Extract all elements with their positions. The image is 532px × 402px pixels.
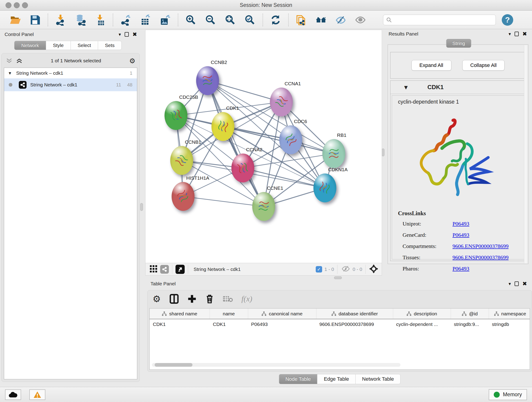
column-header-name[interactable]: name <box>210 308 248 319</box>
search-input[interactable] <box>394 17 493 22</box>
network-canvas[interactable]: CCNB2 CCNA1 CDC25B CDK1 <box>146 30 382 263</box>
help-button[interactable]: ? <box>502 14 513 26</box>
crosslink-link[interactable]: 9606.ENSP00000378699 <box>452 254 509 261</box>
tab-style[interactable]: Style <box>46 41 70 50</box>
right-splitter-handle[interactable] <box>382 148 385 156</box>
node-CCNB1[interactable] <box>170 146 193 175</box>
expand-all-icon[interactable] <box>16 58 23 64</box>
detach-view-icon[interactable] <box>176 265 185 274</box>
edge-CCNB2-CCNE1[interactable] <box>208 81 264 206</box>
crosslink-link[interactable]: P06493 <box>452 221 469 227</box>
selected-checkbox-icon[interactable]: ✓ <box>316 266 322 273</box>
show-eye-button[interactable] <box>354 13 367 27</box>
birdseye-navigator-icon[interactable] <box>369 264 379 274</box>
column-header--id[interactable]: @id <box>451 308 489 319</box>
search-box[interactable] <box>383 15 496 25</box>
column-header-namespace[interactable]: namespace <box>489 308 530 319</box>
left-splitter-handle[interactable] <box>140 203 143 211</box>
hide-unhide-button[interactable] <box>334 13 347 27</box>
table-panel-menu-icon[interactable]: ▾ <box>509 281 511 287</box>
table-cell[interactable]: 9606.ENSP00000378699 <box>316 319 393 329</box>
home-organisms-button[interactable] <box>314 13 328 27</box>
export-table-button[interactable] <box>139 13 152 27</box>
node-CDK1[interactable] <box>211 112 234 141</box>
node-HIST1H1A[interactable] <box>172 182 195 211</box>
table-panel-close-icon[interactable]: ✖ <box>522 281 527 287</box>
crosslink-link[interactable]: P06493 <box>452 266 469 272</box>
collapse-all-icon[interactable] <box>6 58 13 64</box>
table-settings-gear-icon[interactable]: ⚙ <box>152 294 161 304</box>
expand-all-button[interactable]: Expand All <box>412 60 451 70</box>
table-cell[interactable]: P06493 <box>248 319 316 329</box>
node-CDKN1A[interactable] <box>313 173 336 202</box>
node-CCNA1[interactable] <box>270 88 293 116</box>
control-panel-close-icon[interactable]: ✖ <box>133 32 137 37</box>
results-panel-float-icon[interactable] <box>515 32 519 36</box>
export-network-button[interactable] <box>119 13 133 27</box>
network-view-share-icon[interactable] <box>160 265 169 274</box>
tab-node-table[interactable]: Node Table <box>279 374 317 384</box>
node-CDC25B[interactable] <box>165 101 187 130</box>
crosslink-link[interactable]: 9606.ENSP00000378699 <box>452 243 509 249</box>
import-network-database-button[interactable] <box>74 13 87 27</box>
table-cell[interactable]: CDK1 <box>150 319 210 329</box>
tab-network-table[interactable]: Network Table <box>355 374 400 384</box>
column-header-description[interactable]: description <box>393 308 451 319</box>
cloud-status-button[interactable] <box>5 389 21 400</box>
node-CCNA2[interactable] <box>231 153 254 182</box>
table-horizontal-scrollbar[interactable] <box>152 363 400 367</box>
tab-network[interactable]: Network <box>14 41 46 50</box>
zoom-out-button[interactable] <box>204 13 217 27</box>
column-header-canonical-name[interactable]: canonical name <box>248 308 316 319</box>
network-row-selected[interactable]: String Network – cdk1 11 48 <box>4 78 137 91</box>
column-header-database-identifier[interactable]: database identifier <box>316 308 393 319</box>
network-options-gear-icon[interactable]: ⚙ <box>129 57 135 65</box>
table-row[interactable]: CDK1CDK1P064939606.ENSP00000378699cyclin… <box>150 319 530 329</box>
control-panel-float-icon[interactable] <box>125 32 129 37</box>
function-builder-icon[interactable]: f(x) <box>241 294 252 303</box>
column-header-shared-name[interactable]: shared name <box>150 308 210 319</box>
edge-HIST1H1A-CCNE1[interactable] <box>183 196 264 206</box>
collapse-all-button[interactable]: Collapse All <box>462 60 505 70</box>
memory-button[interactable]: Memory <box>489 389 527 400</box>
import-network-file-button[interactable] <box>54 13 67 27</box>
show-columns-icon[interactable] <box>170 294 179 304</box>
results-panel-close-icon[interactable]: ✖ <box>522 31 527 37</box>
table-cell[interactable]: stringdb:9... <box>451 319 489 329</box>
zoom-selected-button[interactable] <box>243 13 257 27</box>
export-image-button[interactable] <box>158 13 172 27</box>
crosslink-link[interactable]: P06493 <box>452 232 469 238</box>
results-panel-menu-icon[interactable]: ▾ <box>509 31 511 37</box>
table-cell[interactable]: cyclin-dependent ... <box>393 319 451 329</box>
results-scrollbar[interactable] <box>524 45 527 263</box>
node-CCNB2[interactable] <box>196 66 219 95</box>
hidden-eye-icon[interactable] <box>341 265 350 274</box>
import-table-button[interactable] <box>94 13 107 27</box>
warning-status-button[interactable] <box>29 389 45 400</box>
network-collection-row[interactable]: ▾ String Network – cdk1 1 <box>4 68 137 78</box>
grid-view-icon[interactable] <box>149 264 158 274</box>
delete-column-icon[interactable] <box>205 294 214 304</box>
gene-collapse-icon[interactable]: ▼ <box>404 85 408 90</box>
collection-expand-icon[interactable]: ▾ <box>9 70 11 76</box>
tab-select[interactable]: Select <box>70 41 98 50</box>
zoom-fit-button[interactable] <box>224 13 237 27</box>
bottom-splitter-handle[interactable] <box>334 276 342 279</box>
node-RB1[interactable] <box>322 139 345 168</box>
open-session-button[interactable] <box>9 13 22 27</box>
tab-edge-table[interactable]: Edge Table <box>317 374 355 384</box>
tab-sets[interactable]: Sets <box>98 41 122 50</box>
node-CDC6[interactable] <box>279 125 302 154</box>
delete-table-icon[interactable] <box>223 295 233 303</box>
refresh-layout-button[interactable] <box>269 13 282 27</box>
add-column-icon[interactable] <box>187 294 196 304</box>
string-enrichment-button[interactable] <box>295 13 308 27</box>
table-cell[interactable]: CDK1 <box>210 319 248 329</box>
table-panel-float-icon[interactable] <box>515 281 519 286</box>
zoom-in-button[interactable] <box>184 13 197 27</box>
save-session-button[interactable] <box>28 13 42 27</box>
table-cell[interactable]: stringdb <box>489 319 530 329</box>
tab-string[interactable]: String <box>446 39 471 48</box>
control-panel-menu-icon[interactable]: ▾ <box>119 32 121 37</box>
node-CCNE1[interactable] <box>252 192 275 221</box>
